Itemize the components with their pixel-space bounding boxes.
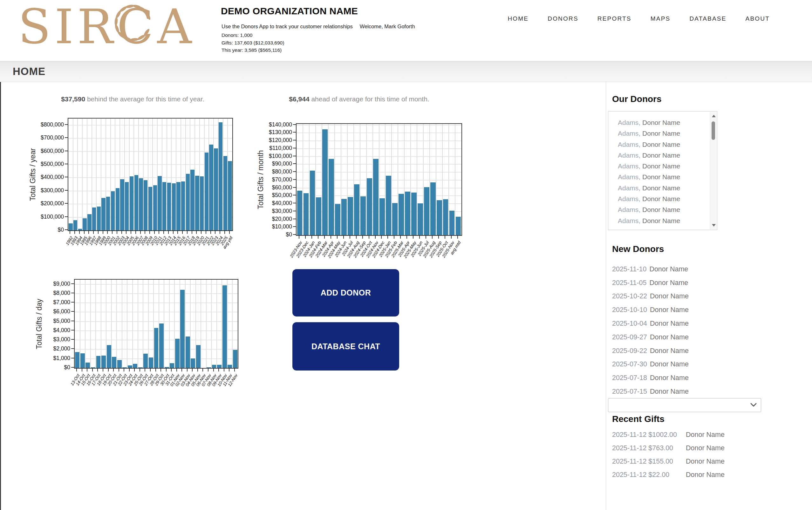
donor-surname: Adams, [618,152,640,159]
new-donor-name: Donor Name [649,265,688,273]
recent-gift-date-amount: 2025-11-12 $763.00 [612,444,686,452]
year-chart-caption: $37,590 behind the average for this time… [30,95,235,103]
total-gifts-per-day-chart: Total Gifts / day $0$1,000$2,000$3,000$4… [74,279,238,369]
nav-item-reports[interactable]: REPORTS [598,15,632,22]
donor-list-item[interactable]: Adams, Donor Name [608,128,717,139]
recent-gift-donor-name: Donor Name [686,444,725,452]
bar-2015 [176,182,180,230]
y-tick-mark [65,177,68,177]
y-tick-mark [293,163,296,164]
bar-2025-Apr [405,191,410,235]
donor-list-item[interactable]: Adams, Donor Name [608,150,717,161]
x-tick-mark [356,236,356,239]
bar-2024-Apr [329,159,334,235]
v-gridline [201,280,201,368]
y-tick-mark [65,203,68,204]
donor-list-item[interactable]: Adams, Donor Name [608,161,717,172]
donor-surname: Adams, [618,162,640,170]
bar-16-Oct [91,367,95,368]
y-tick-mark [71,339,74,340]
bar-2021 [205,152,208,230]
new-donor-item[interactable]: 2025-09-27Donor Name [612,330,761,344]
y-tick-label: $2,000 [29,345,70,352]
x-tick-mark [457,236,458,239]
recent-gift-item[interactable]: 2025-11-12 $22.00Donor Name [612,468,761,481]
scroll-down-arrow-icon[interactable] [712,224,716,227]
bar-08-Nov [212,365,216,368]
bar-1994 [78,229,82,230]
new-donor-item[interactable]: 2025-10-04Donor Name [612,317,761,330]
x-tick-mark [75,231,75,234]
database-chat-button[interactable]: DATABASE CHAT [292,322,399,370]
new-donor-name: Donor Name [650,320,689,328]
y-tick-label: $130,000 [251,129,292,136]
donor-name: Donor Name [640,217,680,224]
y-tick-label: $700,000 [23,134,64,141]
bar-27-Oct [149,358,153,368]
bar-2025-Oct [443,199,448,235]
bar-1998 [97,207,101,230]
new-donor-item[interactable]: 2025-11-10Donor Name [612,263,761,276]
new-donor-item[interactable]: 2025-10-10Donor Name [612,303,761,317]
nav-item-donors[interactable]: DONORS [548,15,578,22]
y-tick-label: $400,000 [23,174,64,180]
add-donor-button[interactable]: ADD DONOR [292,269,399,317]
recent-gift-item[interactable]: 2025-11-12 $1002.00Donor Name [612,428,761,441]
recent-gift-item[interactable]: 2025-11-12 $763.00Donor Name [612,441,761,455]
new-donor-item[interactable]: 2025-10-22Donor Name [612,290,761,303]
bar-26-Oct [143,354,148,368]
new-donor-item[interactable]: 2025-07-30Donor Name [612,358,761,371]
nav-item-about[interactable]: ABOUT [746,15,770,22]
bar-19-Oct [107,345,111,368]
v-gridline [101,280,102,368]
donor-list-item[interactable]: Adams, Donor Name [608,117,717,128]
x-tick-mark [305,236,306,239]
x-tick-mark [224,369,224,371]
scrollbar[interactable] [710,112,717,230]
v-gridline [169,280,170,368]
new-donor-item[interactable]: 2025-11-05Donor Name [612,276,761,290]
new-donor-date: 2025-10-10 [612,306,647,314]
donor-select-dropdown[interactable] [608,398,761,412]
bar-2003 [120,179,124,230]
x-tick-mark [387,236,388,239]
donor-list-item[interactable]: Adams, Donor Name [608,139,717,150]
donor-list-item[interactable]: Adams, Donor Name [608,204,717,215]
new-donor-item[interactable]: 2025-07-18Donor Name [612,371,761,385]
y-tick-label: $20,000 [251,215,292,222]
x-tick-mark [445,236,445,239]
y-tick-mark [71,348,74,349]
nav-item-database[interactable]: DATABASE [689,15,726,22]
bar-2024-Mar [322,129,328,235]
donor-name: Donor Name [640,173,680,180]
x-tick-mark [171,369,172,371]
x-tick-mark [413,236,413,239]
bar-04-Nov [191,358,195,368]
bar-1992 [69,223,72,230]
x-tick-mark [218,369,219,371]
y-tick-label: $0 [23,226,64,233]
new-donor-item[interactable]: 2025-07-15Donor Name [612,385,761,398]
new-donor-date: 2025-07-30 [612,360,647,368]
x-tick-mark [129,369,130,371]
scroll-up-arrow-icon[interactable] [712,115,716,117]
donor-list-item[interactable]: Adams, Donor Name [608,183,717,193]
welcome-user: Welcome, Mark Goforth [360,24,415,29]
v-gridline [211,280,212,368]
donor-list-item[interactable]: Adams, Donor Name [608,215,717,226]
nav-item-home[interactable]: HOME [508,15,528,22]
donor-surname: Adams, [618,184,640,191]
sirca-logo[interactable]: SIRCA [18,2,196,52]
donor-list-item[interactable]: Adams, Donor Name [608,172,717,182]
recent-gift-item[interactable]: 2025-11-12 $155.00Donor Name [612,455,761,468]
donor-list-item[interactable]: Adams, Donor Name [608,193,717,204]
bar-22-Oct [122,367,127,368]
bar-28-Oct [154,328,158,368]
x-tick-mark [92,369,93,371]
new-donor-item[interactable]: 2025-09-22Donor Name [612,344,761,358]
nav-item-maps[interactable]: MAPS [650,15,671,22]
donors-app-home-page: { "page_title": "HOME", "colors": { "bar… [0,0,812,510]
our-donors-listbox[interactable]: Adams, Donor NameAdams, Donor NameAdams,… [608,111,717,230]
scrollbar-thumb[interactable] [712,121,715,140]
y-tick-mark [71,358,74,358]
